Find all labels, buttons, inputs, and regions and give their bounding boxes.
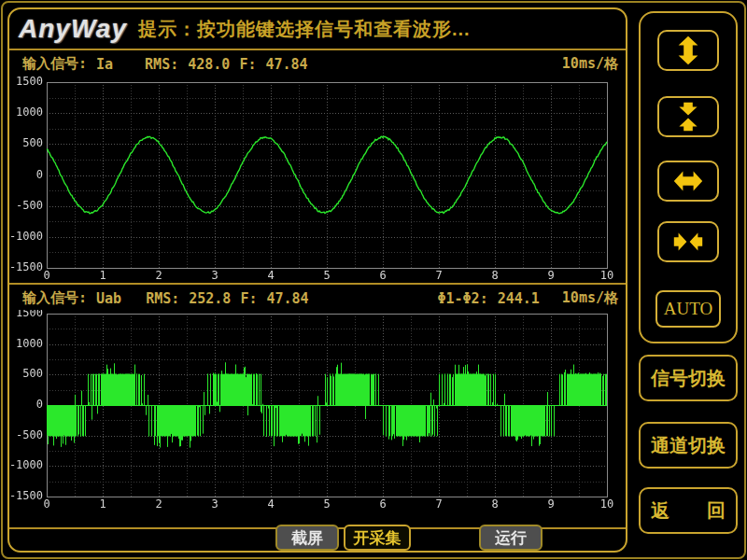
bottom-button-bar: 截屏 开采集 运行 bbox=[9, 520, 626, 551]
rms-value: 428.0 bbox=[188, 56, 230, 73]
freq-value: 47.84 bbox=[265, 56, 307, 73]
sidebar: AUTO 信号切换 通道切换 返 回 bbox=[638, 7, 740, 553]
voltage-chart-header: 输入信号: Uab RMS: 252.8 F: 47.84 Φ1-Φ2: 244… bbox=[22, 289, 618, 307]
freq-value: 47.84 bbox=[266, 290, 308, 307]
input-signal-label: 输入信号: bbox=[22, 289, 87, 307]
signal-name: Ia bbox=[96, 56, 113, 73]
main-display-area: AnyWay 提示：按功能键选择信号和查看波形... 输入信号: Ia RMS:… bbox=[7, 7, 627, 553]
vertical-expand-button[interactable] bbox=[657, 30, 719, 71]
title-bar: AnyWay 提示：按功能键选择信号和查看波形... bbox=[9, 9, 626, 50]
phase-value: 244.1 bbox=[498, 290, 540, 307]
timebase-label: 10ms/格 bbox=[562, 289, 618, 307]
run-button[interactable]: 运行 bbox=[479, 525, 543, 551]
return-button[interactable]: 返 回 bbox=[639, 487, 738, 534]
screenshot-button[interactable]: 截屏 bbox=[275, 525, 339, 551]
auto-button[interactable]: AUTO bbox=[655, 290, 721, 328]
uab-waveform-plot bbox=[9, 310, 626, 521]
current-chart-header: 输入信号: Ia RMS: 428.0 F: 47.84 10ms/格 bbox=[22, 55, 618, 73]
hint-text: 提示：按功能键选择信号和查看波形... bbox=[138, 17, 471, 42]
vertical-expand-icon bbox=[670, 35, 706, 65]
rms-label: RMS: bbox=[146, 290, 179, 307]
rms-value: 252.8 bbox=[189, 290, 231, 307]
start-capture-button[interactable]: 开采集 bbox=[344, 525, 411, 551]
anyway-logo: AnyWay bbox=[19, 14, 127, 44]
freq-label: F: bbox=[240, 290, 257, 307]
voltage-waveform-panel: 输入信号: Uab RMS: 252.8 F: 47.84 Φ1-Φ2: 244… bbox=[9, 285, 626, 529]
timebase-label: 10ms/格 bbox=[562, 55, 618, 73]
signal-name: Uab bbox=[96, 290, 121, 307]
ia-waveform-plot bbox=[9, 73, 626, 280]
freq-label: F: bbox=[239, 56, 256, 73]
phase-label: Φ1-Φ2: bbox=[438, 290, 488, 307]
horizontal-compress-icon bbox=[670, 227, 706, 257]
vertical-compress-icon bbox=[670, 102, 706, 132]
rms-label: RMS: bbox=[145, 56, 178, 73]
channel-switch-button[interactable]: 通道切换 bbox=[639, 422, 738, 469]
vertical-compress-button[interactable] bbox=[657, 96, 719, 137]
scale-button-group: AUTO bbox=[639, 11, 738, 343]
signal-switch-button[interactable]: 信号切换 bbox=[639, 355, 738, 401]
horizontal-compress-button[interactable] bbox=[657, 221, 719, 262]
input-signal-label: 输入信号: bbox=[22, 55, 87, 73]
current-waveform-panel: 输入信号: Ia RMS: 428.0 F: 47.84 10ms/格 bbox=[9, 50, 626, 285]
horizontal-expand-icon bbox=[670, 166, 706, 196]
horizontal-expand-button[interactable] bbox=[657, 161, 719, 202]
